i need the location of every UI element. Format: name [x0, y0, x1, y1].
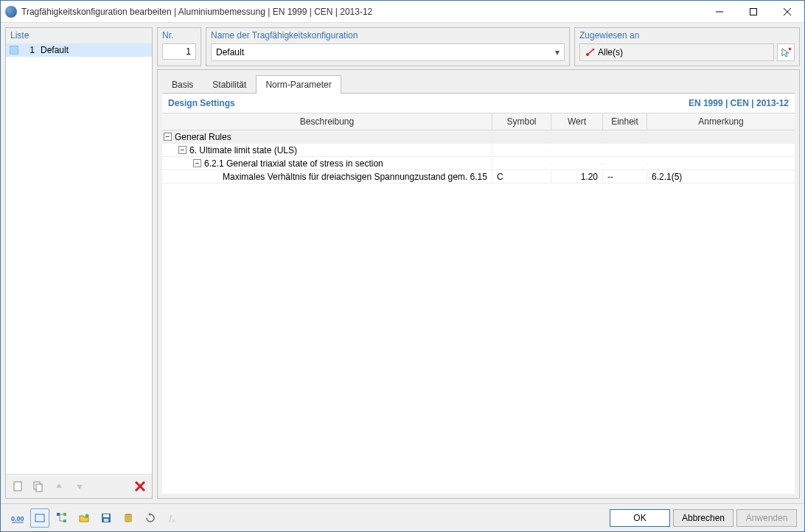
app-icon	[5, 6, 17, 18]
grid-body[interactable]: − General Rules − 6. Ultimate limit stat…	[162, 130, 795, 494]
row-value[interactable]: 1.20	[551, 171, 603, 183]
grid-header: Beschreibung Symbol Wert Einheit Anmerku…	[162, 113, 795, 130]
name-select[interactable]: Default ▾	[211, 43, 565, 61]
new-config-button[interactable]	[9, 477, 27, 495]
assigned-value: Alle(s)	[598, 47, 623, 57]
reset-button[interactable]	[141, 508, 160, 528]
chevron-down-icon: ▾	[555, 47, 560, 57]
assigned-field-box: Zugewiesen an Alle(s)	[574, 27, 800, 66]
view-mode-button[interactable]	[30, 508, 49, 528]
arrow-down-icon	[74, 480, 86, 492]
collapse-toggle-icon[interactable]: −	[178, 146, 187, 154]
delete-config-button[interactable]	[131, 477, 149, 495]
arrow-up-icon	[53, 480, 65, 492]
color-swatch-icon	[10, 46, 18, 55]
database-icon	[122, 512, 134, 524]
config-list[interactable]: 1 Default	[6, 43, 152, 474]
save-button[interactable]	[97, 508, 116, 528]
minimize-icon	[716, 8, 723, 15]
reset-icon	[144, 512, 156, 524]
units-button[interactable]: 0.00	[8, 508, 27, 528]
col-unit: Einheit	[603, 113, 647, 130]
cursor-pick-icon	[780, 46, 792, 58]
row-desc: General Rules	[175, 132, 231, 142]
window-title: Tragfähigkeitskonfiguration bearbeiten |…	[21, 7, 703, 17]
folder-open-icon	[78, 512, 90, 524]
number-label: Nr.	[162, 30, 196, 41]
row-unit: --	[603, 171, 647, 183]
move-up-button	[50, 477, 68, 495]
save-icon	[100, 512, 112, 524]
title-bar: Tragfähigkeitskonfiguration bearbeiten |…	[1, 1, 804, 23]
tab-basis[interactable]: Basis	[162, 75, 203, 94]
tree-icon	[56, 512, 68, 524]
col-symbol: Symbol	[492, 113, 551, 130]
row-note: 6.2.1(5)	[647, 171, 795, 183]
svg-marker-25	[148, 513, 150, 516]
bottom-toolbar: 0.00 ƒx OK Abbrechen Anwenden	[1, 503, 804, 531]
svg-point-20	[86, 514, 89, 517]
maximize-button[interactable]	[736, 1, 770, 23]
close-button[interactable]	[770, 1, 804, 23]
name-label: Name der Tragfähigkeitskonfiguration	[211, 30, 565, 41]
svg-rect-1	[750, 8, 757, 15]
number-field-box: Nr.	[157, 27, 201, 66]
tab-stabilitaet[interactable]: Stabilität	[203, 75, 256, 94]
col-description: Beschreibung	[162, 113, 492, 130]
list-toolbar	[6, 474, 152, 498]
assigned-display: Alle(s)	[579, 43, 774, 61]
name-field-box: Name der Tragfähigkeitskonfiguration Def…	[206, 27, 570, 66]
svg-text:x: x	[172, 518, 175, 523]
move-down-button	[71, 477, 88, 495]
units-icon: 0.00	[11, 513, 24, 523]
table-row[interactable]: − 6. Ultimate limit state (ULS)	[162, 144, 795, 157]
tab-norm-parameter[interactable]: Norm-Parameter	[256, 75, 341, 94]
svg-rect-18	[63, 513, 66, 516]
list-item-number: 1	[24, 45, 35, 55]
svg-rect-22	[103, 514, 109, 517]
svg-point-12	[593, 49, 595, 51]
minimize-button[interactable]	[703, 1, 736, 23]
list-label: Liste	[6, 28, 152, 43]
function-button: ƒx	[163, 508, 182, 528]
table-row[interactable]: − General Rules	[162, 130, 795, 144]
collapse-toggle-icon[interactable]: −	[164, 133, 172, 141]
import-button[interactable]	[74, 508, 94, 528]
database-button[interactable]	[119, 508, 138, 528]
tabs-panel: Basis Stabilität Norm-Parameter Design S…	[157, 69, 800, 499]
config-list-panel: Liste 1 Default	[5, 27, 153, 499]
cancel-button[interactable]: Abbrechen	[673, 509, 733, 527]
col-value: Wert	[551, 113, 603, 130]
row-desc: 6.2.1 General triaxial state of stress i…	[204, 158, 383, 169]
svg-line-11	[588, 49, 593, 55]
tree-view-button[interactable]	[52, 508, 72, 528]
collapse-toggle-icon[interactable]: −	[193, 159, 201, 167]
ok-button[interactable]: OK	[610, 509, 670, 527]
row-desc: Maximales Verhältnis für dreiachsigen Sp…	[223, 172, 487, 182]
tabs-header: Basis Stabilität Norm-Parameter	[158, 70, 799, 93]
table-row[interactable]: Maximales Verhältnis für dreiachsigen Sp…	[162, 170, 795, 183]
svg-rect-23	[104, 519, 108, 522]
new-doc-icon	[12, 480, 24, 492]
maximize-icon	[750, 8, 757, 15]
svg-rect-19	[63, 519, 66, 522]
apply-button: Anwenden	[736, 509, 797, 527]
number-input[interactable]	[162, 43, 196, 60]
tab-content: Design Settings EN 1999 | CEN | 2013-12 …	[162, 93, 795, 494]
list-item-name: Default	[41, 45, 69, 55]
rectangle-icon	[34, 512, 46, 524]
col-note: Anmerkung	[647, 113, 795, 130]
copy-config-button[interactable]	[29, 477, 47, 495]
copy-icon	[32, 480, 44, 492]
svg-rect-17	[57, 513, 60, 516]
list-item[interactable]: 1 Default	[6, 43, 152, 57]
section-norm: EN 1999 | CEN | 2013-12	[689, 98, 789, 108]
close-icon	[784, 8, 791, 15]
assign-members-icon	[585, 47, 595, 57]
delete-x-icon	[135, 481, 145, 491]
name-select-value: Default	[216, 47, 244, 57]
table-row[interactable]: − 6.2.1 General triaxial state of stress…	[162, 157, 795, 170]
assign-pick-button[interactable]	[777, 43, 795, 61]
function-icon: ƒx	[167, 512, 178, 524]
svg-rect-7	[36, 484, 42, 491]
